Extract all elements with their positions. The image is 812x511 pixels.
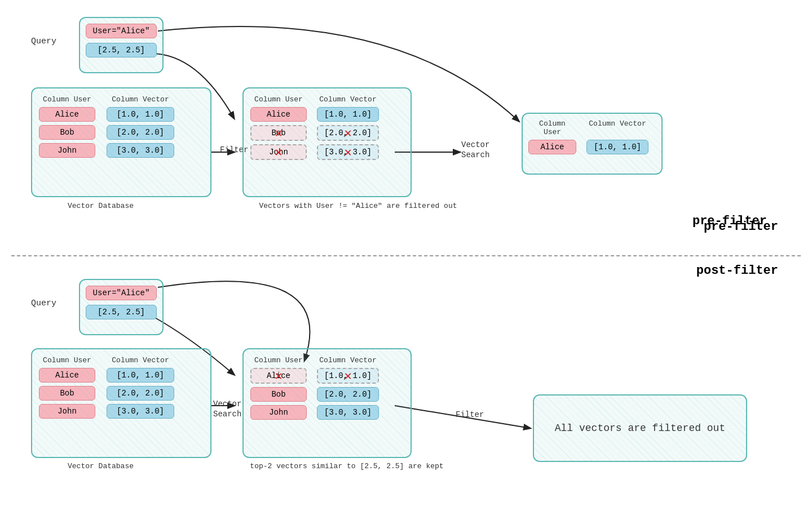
section-divider xyxy=(11,255,801,256)
postfilter-search-row3-vec: [3.0, 3.0] xyxy=(317,405,379,420)
prefilter-result-row1-user: Alice xyxy=(528,140,576,154)
postfilter-db-label: Vector Database xyxy=(68,462,134,470)
postfilter-filter-label: Filter xyxy=(456,410,484,419)
prefilter-filtered-col-vector-header: Column Vector xyxy=(317,95,379,104)
prefilter-result-col-user-header: Column User xyxy=(528,119,576,136)
prefilter-filtered-row2-vec: [2.0, 2.0] ✕ xyxy=(317,125,379,141)
prefilter-query-vector: [2.5, 2.5] xyxy=(86,43,157,57)
postfilter-vector-search-label: VectorSearch xyxy=(213,399,241,419)
x-mark-post-alice-user: ✕ xyxy=(275,368,282,384)
postfilter-search-col-vector-header: Column Vector xyxy=(317,356,379,365)
postfilter-filter-caption: top-2 vectors similar to [2.5, 2.5] are … xyxy=(245,462,448,470)
postfilter-search-result-box: Column User Column Vector Alice ✕ [1.0, … xyxy=(242,348,412,458)
prefilter-db-row1-user: Alice xyxy=(39,107,95,122)
prefilter-filtered-row3-user: John ✕ xyxy=(250,144,307,160)
prefilter-filtered-row3-vec: [3.0, 3.0] ✕ xyxy=(317,144,379,160)
postfilter-db-row2-vec: [2.0, 2.0] xyxy=(107,386,174,401)
postfilter-search-row2-vec: [2.0, 2.0] xyxy=(317,387,379,402)
postfilter-search-row2-user: Bob xyxy=(250,387,307,402)
prefilter-filtered-box: Column User Column Vector Alice [1.0, 1.… xyxy=(242,87,412,197)
prefilter-filtered-row1-user: Alice xyxy=(250,107,307,122)
prefilter-query-box: User="Alice" [2.5, 2.5] xyxy=(79,17,164,73)
prefilter-result-col-vector-header: Column Vector xyxy=(586,119,648,136)
prefilter-section-label: pre-filter xyxy=(704,220,778,234)
postfilter-db-row3-user: John xyxy=(39,404,95,419)
prefilter-db-row2-user: Bob xyxy=(39,125,95,140)
prefilter-filtered-row1-vec: [1.0, 1.0] xyxy=(317,107,379,122)
diagram-container: pre-filter Query User="Alice" [2.5, 2.5]… xyxy=(0,0,812,511)
x-mark-john-vec: ✕ xyxy=(344,145,351,160)
prefilter-db-row3-vec: [3.0, 3.0] xyxy=(107,143,174,158)
prefilter-db-row1-vec: [1.0, 1.0] xyxy=(107,107,174,122)
prefilter-query-user: User="Alice" xyxy=(86,24,157,38)
postfilter-result-text: All vectors are filtered out xyxy=(555,423,725,434)
prefilter-db-box: Column User Column Vector Alice [1.0, 1.… xyxy=(31,87,211,197)
postfilter-query-user: User="Alice" xyxy=(86,286,157,300)
x-mark-post-alice-vec: ✕ xyxy=(344,368,351,384)
prefilter-result-row1-vec: [1.0, 1.0] xyxy=(586,140,648,154)
x-mark-bob-user: ✕ xyxy=(275,126,282,141)
prefilter-query-label: Query xyxy=(31,37,56,46)
x-mark-bob-vec: ✕ xyxy=(344,126,351,141)
prefilter-filter-caption: Vectors with User != "Alice" are filtere… xyxy=(245,202,471,210)
postfilter-db-row2-user: Bob xyxy=(39,386,95,401)
postfilter-search-row3-user: John xyxy=(250,405,307,420)
postfilter-db-row1-vec: [1.0, 1.0] xyxy=(107,368,174,383)
postfilter-search-col-user-header: Column User xyxy=(250,356,307,365)
postfilter-db-col-vector-header: Column Vector xyxy=(107,356,174,365)
prefilter-db-label: Vector Database xyxy=(68,202,134,210)
postfilter-query-box: User="Alice" [2.5, 2.5] xyxy=(79,279,164,335)
postfilter-db-box: Column User Column Vector Alice [1.0, 1.… xyxy=(31,348,211,458)
postfilter-query-vector: [2.5, 2.5] xyxy=(86,305,157,319)
prefilter-db-col-user-header: Column User xyxy=(39,95,95,104)
x-mark-john-user: ✕ xyxy=(275,145,282,160)
prefilter-filtered-row2-user: Bob ✕ xyxy=(250,125,307,141)
prefilter-filtered-col-user-header: Column User xyxy=(250,95,307,104)
postfilter-result-box: All vectors are filtered out xyxy=(533,394,747,462)
postfilter-search-row1-user: Alice ✕ xyxy=(250,368,307,384)
postfilter-db-row1-user: Alice xyxy=(39,368,95,383)
postfilter-section-label: post-filter xyxy=(696,264,778,278)
prefilter-vector-search-label: VectorSearch xyxy=(461,140,489,160)
prefilter-db-col-vector-header: Column Vector xyxy=(107,95,174,104)
prefilter-result-box: Column User Column Vector Alice [1.0, 1.… xyxy=(522,113,663,175)
postfilter-search-row1-vec: [1.0, 1.0] ✕ xyxy=(317,368,379,384)
prefilter-db-row2-vec: [2.0, 2.0] xyxy=(107,125,174,140)
prefilter-db-row3-user: John xyxy=(39,143,95,158)
postfilter-db-row3-vec: [3.0, 3.0] xyxy=(107,404,174,419)
postfilter-query-label: Query xyxy=(31,299,56,308)
postfilter-db-col-user-header: Column User xyxy=(39,356,95,365)
